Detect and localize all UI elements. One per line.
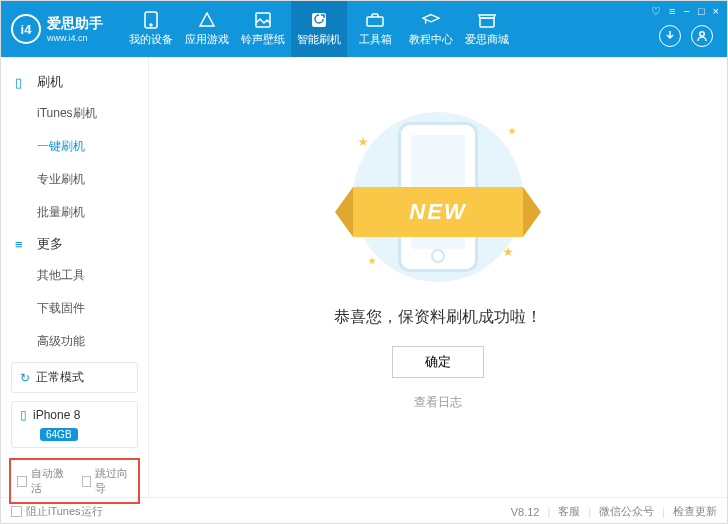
logo-icon: i4 (11, 14, 41, 44)
block-itunes-checkbox[interactable]: 阻止iTunes运行 (11, 504, 103, 519)
new-ribbon: NEW (353, 187, 523, 237)
device-indicator[interactable]: ▯iPhone 8 64GB (11, 401, 138, 448)
sidebar-item-itunes-flash[interactable]: iTunes刷机 (1, 97, 148, 130)
sidebar-item-batch-flash[interactable]: 批量刷机 (1, 196, 148, 229)
header: i4 爱思助手 www.i4.cn 我的设备 应用游戏 铃声壁纸 智能刷机 工具… (1, 1, 727, 57)
device-name: iPhone 8 (33, 408, 80, 422)
nav-store[interactable]: 爱思商城 (459, 1, 515, 57)
phone-small-icon: ▯ (20, 408, 27, 422)
close-icon[interactable]: × (713, 5, 719, 18)
phone-icon: ▯ (15, 75, 29, 90)
support-link[interactable]: 客服 (558, 504, 580, 519)
maximize-icon[interactable]: □ (698, 5, 705, 18)
menu-icon[interactable]: ≡ (669, 5, 675, 18)
success-message: 恭喜您，保资料刷机成功啦！ (334, 307, 542, 328)
titlebar-controls: ♡ ≡ − □ × (651, 5, 719, 18)
sidebar-item-other-tools[interactable]: 其他工具 (1, 259, 148, 292)
svg-rect-4 (367, 17, 383, 26)
sidebar-group-more: ≡更多 (1, 229, 148, 259)
nav-my-device[interactable]: 我的设备 (123, 1, 179, 57)
device-icon (142, 12, 160, 28)
sidebar-item-oneclick-flash[interactable]: 一键刷机 (1, 130, 148, 163)
refresh-icon: ↻ (20, 371, 30, 385)
storage-badge: 64GB (40, 428, 78, 441)
svg-point-1 (150, 24, 152, 26)
toolbox-icon (366, 12, 384, 28)
sidebar-item-advanced[interactable]: 高级功能 (1, 325, 148, 358)
nav-apps-games[interactable]: 应用游戏 (179, 1, 235, 57)
auto-activate-checkbox[interactable]: 自动激活 (17, 466, 68, 496)
download-icon[interactable] (659, 25, 681, 47)
flash-icon (310, 12, 328, 28)
apps-icon (198, 12, 216, 28)
logo[interactable]: i4 爱思助手 www.i4.cn (11, 14, 103, 44)
logo-subtitle: www.i4.cn (47, 33, 103, 43)
svg-point-6 (700, 32, 704, 36)
sidebar: ▯刷机 iTunes刷机 一键刷机 专业刷机 批量刷机 ≡更多 其他工具 下载固… (1, 57, 149, 497)
ok-button[interactable]: 确定 (392, 346, 484, 378)
sidebar-item-download-firmware[interactable]: 下载固件 (1, 292, 148, 325)
user-icon[interactable] (691, 25, 713, 47)
skip-guide-checkbox[interactable]: 跳过向导 (82, 466, 133, 496)
tutorial-icon (422, 12, 440, 28)
sidebar-group-flash: ▯刷机 (1, 67, 148, 97)
nav-smart-flash[interactable]: 智能刷机 (291, 1, 347, 57)
wechat-link[interactable]: 微信公众号 (599, 504, 654, 519)
nav-toolbox[interactable]: 工具箱 (347, 1, 403, 57)
sidebar-item-pro-flash[interactable]: 专业刷机 (1, 163, 148, 196)
svg-rect-5 (480, 18, 494, 27)
more-icon: ≡ (15, 237, 29, 252)
check-update-link[interactable]: 检查更新 (673, 504, 717, 519)
success-illustration: NEW (328, 107, 548, 287)
minimize-icon[interactable]: − (683, 5, 689, 18)
nav-ringtones[interactable]: 铃声壁纸 (235, 1, 291, 57)
store-icon (478, 12, 496, 28)
version-label: V8.12 (511, 506, 540, 518)
logo-title: 爱思助手 (47, 15, 103, 33)
mode-indicator[interactable]: ↻正常模式 (11, 362, 138, 393)
main-nav: 我的设备 应用游戏 铃声壁纸 智能刷机 工具箱 教程中心 爱思商城 (123, 1, 515, 57)
view-log-link[interactable]: 查看日志 (414, 394, 462, 411)
nav-tutorials[interactable]: 教程中心 (403, 1, 459, 57)
options-panel: 自动激活 跳过向导 (9, 458, 140, 504)
main-content: NEW 恭喜您，保资料刷机成功啦！ 确定 查看日志 (149, 57, 727, 497)
cart-icon[interactable]: ♡ (651, 5, 661, 18)
wallpaper-icon (254, 12, 272, 28)
